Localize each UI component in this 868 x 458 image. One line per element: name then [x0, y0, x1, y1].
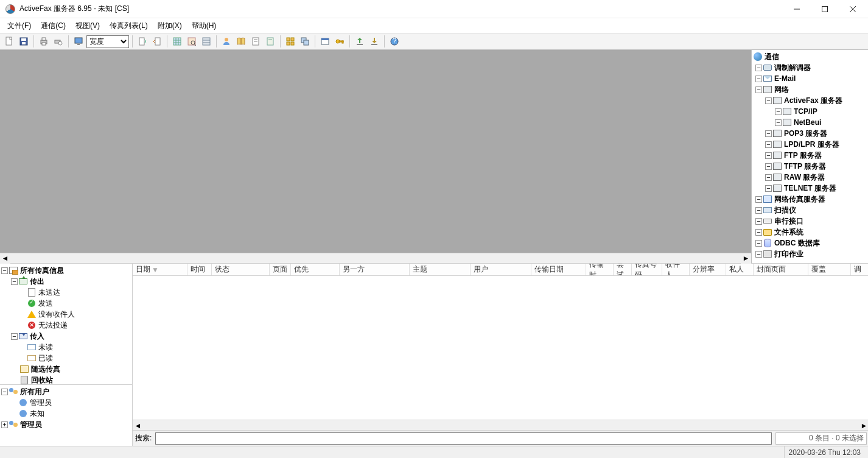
window-icon[interactable] — [318, 35, 332, 48]
collapse-icon[interactable]: − — [1, 389, 8, 395]
col-time[interactable]: 时间 — [187, 264, 212, 275]
tree-item-pop3[interactable]: −POP3 服务器 — [752, 128, 868, 139]
collapse-icon[interactable]: − — [755, 218, 762, 225]
tree-item-filesystem[interactable]: −文件系统 — [752, 227, 868, 238]
zoom-select[interactable]: 宽度 — [86, 35, 129, 48]
tree-item-netbeui[interactable]: −NetBeui — [752, 117, 868, 128]
tile-icon[interactable] — [284, 35, 297, 48]
print-preview-icon[interactable] — [52, 35, 65, 48]
menu-help[interactable]: 帮助(H) — [187, 19, 222, 33]
minimize-button[interactable] — [783, 0, 811, 18]
collapse-icon[interactable]: − — [755, 86, 762, 93]
search-input[interactable] — [155, 432, 772, 445]
tree-item-unknown[interactable]: 未知 — [0, 408, 132, 419]
tree-item-unread[interactable]: 未读 — [0, 342, 132, 353]
tree-item-ftp[interactable]: −FTP 服务器 — [752, 150, 868, 161]
collapse-icon[interactable]: − — [1, 267, 8, 274]
grid-icon[interactable] — [170, 35, 184, 48]
tree-item-odbc[interactable]: −ODBC 数据库 — [752, 238, 868, 248]
collapse-icon[interactable]: − — [755, 240, 762, 247]
col-private[interactable]: 私人 — [726, 264, 754, 275]
help-icon[interactable]: ? — [388, 35, 401, 48]
tree-item-tftp[interactable]: −TFTP 服务器 — [752, 161, 868, 172]
tree-item-incoming[interactable]: −传入 — [0, 331, 132, 342]
tree-item-tcpip[interactable]: −TCP/IP — [752, 106, 868, 117]
menu-faxlist[interactable]: 传真列表(L) — [105, 19, 153, 33]
export-icon[interactable] — [136, 35, 149, 48]
col-otherparty[interactable]: 另一方 — [340, 264, 410, 275]
collapse-icon[interactable]: − — [11, 278, 18, 285]
tree-item-network[interactable]: −网络 — [752, 84, 868, 95]
tree-root-allusers[interactable]: −所有用户 — [0, 386, 132, 397]
list-body[interactable] — [133, 276, 868, 420]
user-icon[interactable] — [220, 35, 233, 48]
tree-item-norecipient[interactable]: 没有收件人 — [0, 309, 132, 320]
tree-item-trash[interactable]: 回收站 — [0, 375, 132, 385]
collapse-icon[interactable]: − — [755, 229, 762, 236]
tree-item-undeliverable[interactable]: ✕无法投递 — [0, 320, 132, 331]
collapse-icon[interactable]: − — [765, 130, 772, 137]
scroll-right-icon[interactable]: ► — [741, 253, 751, 264]
cascade-icon[interactable] — [298, 35, 312, 48]
col-coverpage[interactable]: 封面页面 — [754, 264, 808, 275]
col-attempts[interactable]: 尝试 — [614, 264, 632, 275]
tree-item-lpd[interactable]: −LPD/LPR 服务器 — [752, 139, 868, 150]
form-icon[interactable] — [249, 35, 262, 48]
collapse-icon[interactable]: − — [765, 185, 772, 192]
form2-icon[interactable] — [264, 35, 277, 48]
expand-icon[interactable]: + — [1, 421, 8, 428]
monitor-icon[interactable] — [72, 35, 85, 48]
tree-item-admin[interactable]: 管理员 — [0, 397, 132, 408]
collapse-icon[interactable]: − — [755, 207, 762, 214]
col-status[interactable]: 状态 — [212, 264, 270, 275]
collapse-icon[interactable]: − — [755, 251, 762, 258]
tree-item-serial[interactable]: −串行接口 — [752, 216, 868, 227]
col-transmitdate[interactable]: 传输日期 — [531, 264, 586, 275]
menu-addon[interactable]: 附加(X) — [153, 19, 187, 33]
tree-item-outgoing[interactable]: −传出 — [0, 276, 132, 287]
col-coverage[interactable]: 覆盖 — [808, 264, 851, 275]
tree-item-raw[interactable]: −RAW 服务器 — [752, 172, 868, 183]
mdi-hscroll[interactable]: ◄ ► — [0, 253, 751, 263]
tree-item-telnet[interactable]: −TELNET 服务器 — [752, 183, 868, 194]
col-subject[interactable]: 主题 — [410, 264, 471, 275]
tree-root-faxinfo[interactable]: −所有传真信息 — [0, 265, 132, 276]
search-grid-icon[interactable] — [185, 35, 198, 48]
print-icon[interactable] — [37, 35, 51, 48]
collapse-icon[interactable]: − — [765, 141, 772, 148]
key-icon[interactable] — [333, 35, 346, 48]
tree-item-modem[interactable]: −调制解调器 — [752, 62, 868, 73]
tree-item-printjobs[interactable]: −打印作业 — [752, 248, 868, 259]
collapse-icon[interactable]: − — [765, 97, 772, 104]
maximize-button[interactable] — [811, 0, 839, 18]
list-hscroll[interactable]: ◄ ► — [133, 420, 868, 430]
collapse-icon[interactable]: − — [775, 119, 782, 126]
tree-item-email[interactable]: −E-Mail — [752, 73, 868, 84]
new-icon[interactable] — [2, 35, 16, 48]
col-adjust[interactable]: 调 — [851, 264, 868, 275]
col-date[interactable]: 日期▼ — [133, 264, 187, 275]
tree-item-sent[interactable]: 发送 — [0, 298, 132, 309]
collapse-icon[interactable]: − — [765, 152, 772, 159]
col-recipient[interactable]: 收件人 — [662, 264, 690, 275]
collapse-icon[interactable]: − — [765, 163, 772, 170]
import-icon[interactable] — [150, 35, 164, 48]
tree-item-read[interactable]: 已读 — [0, 353, 132, 364]
col-resolution[interactable]: 分辨率 — [690, 264, 726, 275]
tree-item-admin2[interactable]: +管理员 — [0, 419, 132, 430]
col-transmittime[interactable]: 传输时 — [586, 264, 614, 275]
collapse-icon[interactable]: − — [755, 65, 762, 71]
col-priority[interactable]: 优先 — [291, 264, 340, 275]
tree-item-netfax-server[interactable]: −网络传真服务器 — [752, 194, 868, 205]
scroll-left-icon[interactable]: ◄ — [133, 420, 143, 431]
close-button[interactable] — [839, 0, 867, 18]
col-faxnumber[interactable]: 传真号码 — [632, 264, 662, 275]
collapse-icon[interactable]: − — [765, 174, 772, 181]
tree-item-unsent[interactable]: 未送达 — [0, 287, 132, 298]
col-pages[interactable]: 页面 — [270, 264, 291, 275]
book-icon[interactable] — [234, 35, 248, 48]
save-icon[interactable] — [17, 35, 30, 48]
tree-root-communication[interactable]: 通信 — [752, 51, 868, 62]
collapse-icon[interactable]: − — [11, 333, 18, 340]
menu-file[interactable]: 文件(F) — [2, 19, 36, 33]
